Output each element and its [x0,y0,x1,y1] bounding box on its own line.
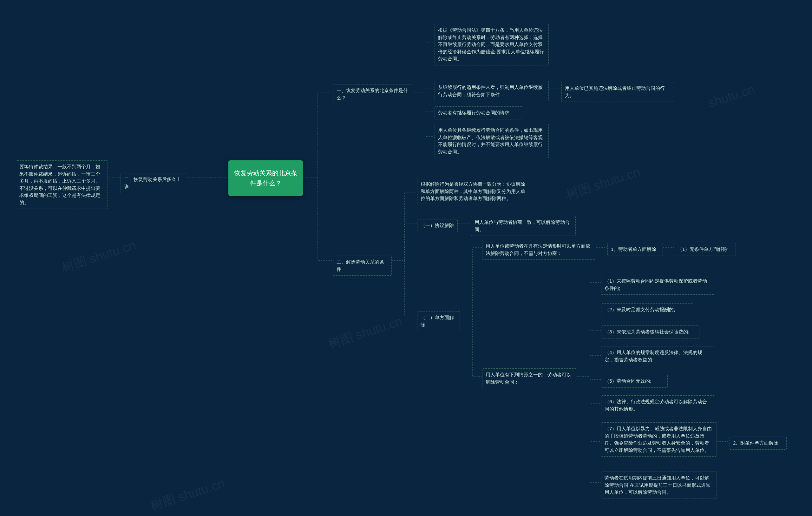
b3-3b6[interactable]: （6）法律、行政法规规定劳动者可以解除劳动合同的其他情形。 [601,395,715,415]
root-node[interactable]: 恢复劳动关系的北京条件是什么？ [228,160,303,196]
branch-3[interactable]: 三、解除劳动关系的条件 [333,255,392,276]
b3-3b4[interactable]: （4）用人单位的规章制度违反法律、法规的规定，损害劳动者权益的; [601,346,715,366]
b3-3a[interactable]: 用人单位或劳动者在具有法定情形时可以单方面依法解除劳动合同，不需与对方协商： [482,240,596,260]
b1-item-1[interactable]: 根据《劳动合同法》第四十八条，当用人单位违法解除或终止劳动关系时，劳动者有两种选… [435,24,549,65]
branch-2[interactable]: 二、恢复劳动关系后多久上班 [120,173,187,193]
b3-item-2a[interactable]: 用人单位与劳动者协商一致，可以解除劳动合同。 [471,216,576,236]
b1-item-2a[interactable]: 用人单位已实施违法解除或者终止劳动合同的行为; [561,82,674,102]
b1-item-3[interactable]: 劳动者有继续履行劳动合同的请求; [435,106,523,119]
b1-item-2[interactable]: 从继续履行的适用条件来看，强制用人单位继续履行劳动合同，须符合如下条件： [435,81,549,101]
b3-item-2[interactable]: （一）协议解除 [417,219,458,232]
watermark: 树图 shutu.cn [326,313,404,353]
b3-3b7a[interactable]: 2、附条件单方面解除 [729,437,787,450]
b3-3b8[interactable]: 劳动者在试用期内提前三日通知用人单位，可以解除劳动合同;在非试用期提前三十日以书… [601,471,717,499]
b3-3b7[interactable]: （7）用人单位以暴力、威胁或者非法限制人身自由的手段强迫劳动者劳动的，或者用人单… [601,422,717,457]
branch-2-detail[interactable]: 要等待仲裁结果，一般不到两个月，如果不服仲裁结果，起诉的话，一审三个多月，再不服… [16,160,108,209]
b1-item-4[interactable]: 用人单位具备继续履行劳动合同的条件，如出现用人单位濒临破产、依法解散或者被依法撤… [435,124,549,158]
b3-3b[interactable]: 用人单位有下列情形之一的，劳动者可以解除劳动合同： [482,368,577,388]
watermark: 树图 shutu.cn [59,236,138,277]
b3-3a2[interactable]: （1）无条件单方面解除 [674,243,736,256]
b3-3b5[interactable]: （5）劳动合同无效的; [601,375,668,388]
b3-3a1[interactable]: 1、劳动者单方面解除 [607,243,663,256]
branch-1[interactable]: 一、恢复劳动关系的北京条件是什么？ [333,84,412,104]
b3-3b2[interactable]: （2）未及时足额支付劳动报酬的; [601,303,693,316]
b3-3b1[interactable]: （1）未按照劳动合同约定提供劳动保护或者劳动条件的; [601,275,715,295]
watermark: 树图 shutu.cn [148,474,227,515]
watermark: shutu.cn [706,82,756,110]
watermark: 树图 shutu.cn [563,163,642,203]
b3-item-3[interactable]: （二）单方面解除 [417,311,460,331]
b3-item-1[interactable]: 根据解除行为是否经双方协商一致分为：协议解除和单方面解除两种，其中单方面解除又分… [417,178,531,205]
b3-3b3[interactable]: （3）未依法为劳动者缴纳社会保险费的; [601,325,699,338]
